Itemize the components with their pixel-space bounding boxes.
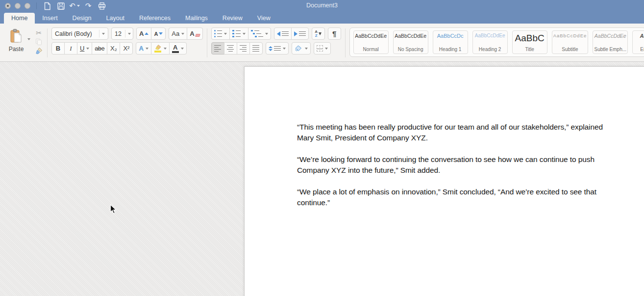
style-emphasis[interactable]: AaBbCc Empha... xyxy=(632,30,644,54)
font-size-combo[interactable]: 12 xyxy=(111,27,133,40)
style-no-spacing[interactable]: AaBbCcDdEe No Spacing xyxy=(393,30,428,54)
line-spacing-icon xyxy=(269,46,281,51)
minimize-window-button[interactable] xyxy=(15,3,21,9)
quick-access-toolbar: ↶ ↷ xyxy=(42,1,107,11)
italic-button[interactable]: I xyxy=(64,42,77,54)
numbering-button[interactable] xyxy=(229,27,248,40)
grow-font-button[interactable]: A xyxy=(136,27,151,40)
font-name-combo[interactable]: Calibri (Body) xyxy=(51,27,108,40)
show-formatting-button[interactable]: ¶ xyxy=(328,27,341,40)
ribbon-tabs: Home Insert Design Layout References Mai… xyxy=(0,12,644,24)
window-controls xyxy=(5,3,30,9)
multilevel-list-button[interactable] xyxy=(248,27,271,40)
text-effects-caret[interactable] xyxy=(146,48,149,50)
style-heading-1[interactable]: AaBbCcDc Heading 1 xyxy=(433,30,468,54)
style-heading-2[interactable]: AaBbCcDdEe Heading 2 xyxy=(472,30,508,54)
paste-button[interactable]: Paste xyxy=(4,27,28,53)
paragraph[interactable]: “We’re looking forward to continuing the… xyxy=(297,154,617,176)
styles-gallery: AaBbCcDdEe Normal AaBbCcDdEe No Spacing … xyxy=(349,27,644,57)
multilevel-caret[interactable] xyxy=(265,33,268,35)
align-center-icon xyxy=(227,45,234,52)
strikethrough-button[interactable]: abe xyxy=(92,42,107,54)
justify-button[interactable] xyxy=(249,42,263,54)
redo-button[interactable]: ↷ xyxy=(83,1,94,11)
font-size-caret xyxy=(128,33,131,35)
borders-button[interactable] xyxy=(314,42,331,54)
eraser-icon xyxy=(195,34,200,37)
align-left-button[interactable] xyxy=(211,42,224,54)
tab-review[interactable]: Review xyxy=(215,13,250,24)
shading-bucket-icon xyxy=(295,45,303,52)
underline-caret[interactable] xyxy=(86,48,89,50)
font-size-value: 12 xyxy=(115,30,122,37)
line-spacing-caret[interactable] xyxy=(283,48,286,50)
decrease-indent-button[interactable] xyxy=(274,27,292,40)
paragraph[interactable]: “This meeting has been really productive… xyxy=(297,122,617,143)
subscript-button[interactable]: X₂ xyxy=(107,42,120,54)
copy-icon[interactable] xyxy=(34,38,43,46)
numbered-list-icon xyxy=(232,30,241,37)
undo-dropdown-caret[interactable] xyxy=(77,5,80,7)
new-document-icon[interactable] xyxy=(42,1,52,11)
title-bar: ↶ ↷ Document3 xyxy=(0,0,644,12)
highlight-caret[interactable] xyxy=(164,48,167,50)
tab-home[interactable]: Home xyxy=(4,13,35,24)
save-icon[interactable] xyxy=(55,1,66,11)
line-spacing-button[interactable] xyxy=(266,42,289,54)
sort-button[interactable]: AZ xyxy=(312,27,325,40)
mouse-cursor-icon xyxy=(110,204,117,215)
group-separator xyxy=(345,28,346,57)
decrease-indent-icon xyxy=(277,31,280,36)
style-subtitle[interactable]: AaBbCcDdEe Subtitle xyxy=(552,30,589,54)
style-subtle-emphasis[interactable]: AaBbCcDdEe Subtle Emph... xyxy=(593,30,628,54)
align-right-button[interactable] xyxy=(237,42,250,54)
change-case-caret xyxy=(181,33,184,35)
increase-indent-icon xyxy=(294,31,297,36)
text-effects-button[interactable]: A xyxy=(136,42,151,54)
numbering-caret[interactable] xyxy=(243,33,246,35)
borders-caret[interactable] xyxy=(325,48,328,50)
shrink-font-button[interactable]: A xyxy=(151,27,166,40)
font-name-value: Calibri (Body) xyxy=(55,30,96,37)
highlight-color-button[interactable] xyxy=(151,42,170,54)
paste-dropdown-caret[interactable] xyxy=(27,38,30,40)
tab-view[interactable]: View xyxy=(250,13,278,24)
underline-button[interactable]: U xyxy=(77,42,92,54)
align-center-button[interactable] xyxy=(224,42,237,54)
undo-button[interactable]: ↶ xyxy=(69,1,80,11)
group-separator xyxy=(207,28,207,57)
cut-icon[interactable]: ✂ xyxy=(34,28,43,37)
style-title[interactable]: AaBbC Title xyxy=(512,30,547,54)
tab-design[interactable]: Design xyxy=(65,13,99,24)
zoom-window-button[interactable] xyxy=(25,3,30,9)
font-color-caret[interactable] xyxy=(181,48,184,50)
undo-icon: ↶ xyxy=(69,1,75,10)
clear-formatting-button[interactable]: A xyxy=(187,27,202,40)
superscript-button[interactable]: X² xyxy=(120,42,133,54)
align-left-icon xyxy=(214,45,221,52)
bullets-caret[interactable] xyxy=(224,33,227,35)
bullet-list-icon xyxy=(214,30,222,37)
bold-button[interactable]: B xyxy=(51,42,65,54)
font-color-button[interactable]: A xyxy=(169,42,187,54)
style-normal[interactable]: AaBbCcDdEe Normal xyxy=(353,30,389,54)
format-painter-icon[interactable] xyxy=(34,47,43,55)
tab-layout[interactable]: Layout xyxy=(99,13,132,24)
increase-indent-button[interactable] xyxy=(291,27,309,40)
bullets-button[interactable] xyxy=(211,27,230,40)
font-color-bar xyxy=(172,51,179,53)
document-text[interactable]: “This meeting has been really productive… xyxy=(245,67,637,208)
tab-insert[interactable]: Insert xyxy=(35,13,65,24)
paragraph[interactable]: “We place a lot of emphasis on innovatio… xyxy=(297,187,617,208)
pilcrow-icon: ¶ xyxy=(332,29,336,38)
tab-references[interactable]: References xyxy=(132,13,178,24)
tab-mailings[interactable]: Mailings xyxy=(178,13,215,24)
shading-caret[interactable] xyxy=(305,48,308,50)
close-window-button[interactable] xyxy=(5,3,11,9)
document-page[interactable]: “This meeting has been really productive… xyxy=(244,66,644,296)
print-icon[interactable] xyxy=(97,1,107,11)
paste-clipboard-icon xyxy=(9,28,23,44)
sort-icon: AZ xyxy=(315,30,322,38)
change-case-button[interactable]: Aa xyxy=(169,27,187,40)
shading-button[interactable] xyxy=(292,42,311,54)
